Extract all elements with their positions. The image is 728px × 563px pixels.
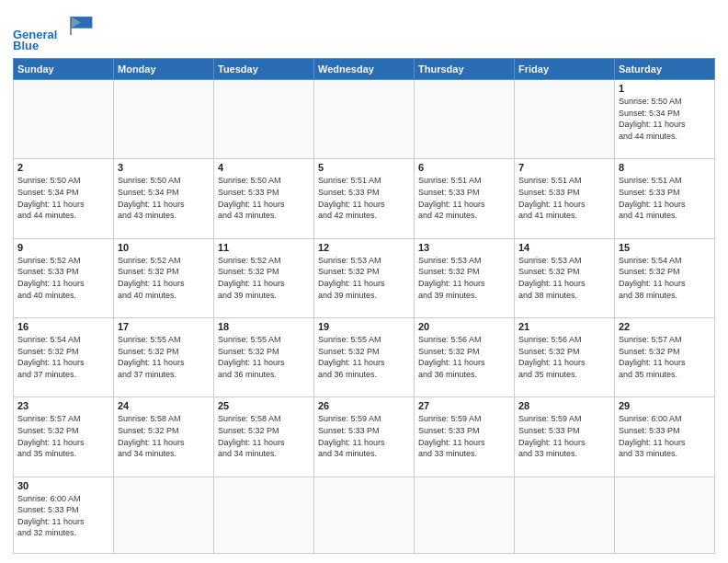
calendar-day-8: 8Sunrise: 5:51 AM Sunset: 5:33 PM Daylig… — [615, 159, 715, 238]
calendar-empty-cell — [114, 477, 214, 553]
logo: General Blue — [13, 13, 96, 52]
calendar-empty-cell — [615, 477, 715, 553]
day-info: Sunrise: 5:53 AM Sunset: 5:32 PM Dayligh… — [418, 255, 510, 301]
calendar-week-1: 1Sunrise: 5:50 AM Sunset: 5:34 PM Daylig… — [14, 80, 715, 159]
day-number: 20 — [418, 321, 510, 332]
calendar-day-24: 24Sunrise: 5:58 AM Sunset: 5:32 PM Dayli… — [114, 397, 214, 477]
calendar-day-5: 5Sunrise: 5:51 AM Sunset: 5:33 PM Daylig… — [314, 159, 415, 238]
calendar-day-29: 29Sunrise: 6:00 AM Sunset: 5:33 PM Dayli… — [615, 397, 715, 477]
weekday-wednesday: Wednesday — [314, 59, 415, 80]
day-number: 19 — [318, 321, 410, 332]
day-info: Sunrise: 6:00 AM Sunset: 5:33 PM Dayligh… — [17, 493, 109, 539]
calendar-week-3: 9Sunrise: 5:52 AM Sunset: 5:33 PM Daylig… — [14, 238, 715, 317]
logo-text: General Blue — [13, 13, 96, 52]
day-number: 24 — [118, 400, 210, 411]
calendar-day-12: 12Sunrise: 5:53 AM Sunset: 5:32 PM Dayli… — [314, 238, 415, 317]
day-info: Sunrise: 5:50 AM Sunset: 5:33 PM Dayligh… — [218, 175, 310, 221]
calendar-day-21: 21Sunrise: 5:56 AM Sunset: 5:32 PM Dayli… — [515, 318, 615, 397]
day-number: 7 — [518, 162, 610, 173]
day-number: 3 — [118, 162, 210, 173]
day-number: 26 — [318, 400, 410, 411]
day-info: Sunrise: 5:50 AM Sunset: 5:34 PM Dayligh… — [619, 96, 711, 142]
calendar-week-6: 30Sunrise: 6:00 AM Sunset: 5:33 PM Dayli… — [14, 477, 715, 553]
calendar-day-27: 27Sunrise: 5:59 AM Sunset: 5:33 PM Dayli… — [415, 397, 515, 477]
calendar-empty-cell — [14, 80, 114, 159]
calendar-day-14: 14Sunrise: 5:53 AM Sunset: 5:32 PM Dayli… — [515, 238, 615, 317]
calendar-day-19: 19Sunrise: 5:55 AM Sunset: 5:32 PM Dayli… — [314, 318, 415, 397]
day-number: 8 — [619, 162, 711, 173]
calendar-day-13: 13Sunrise: 5:53 AM Sunset: 5:32 PM Dayli… — [415, 238, 515, 317]
calendar-day-6: 6Sunrise: 5:51 AM Sunset: 5:33 PM Daylig… — [415, 159, 515, 238]
day-info: Sunrise: 5:57 AM Sunset: 5:32 PM Dayligh… — [17, 413, 109, 459]
logo-flag-icon — [63, 13, 96, 39]
day-number: 10 — [118, 242, 210, 253]
day-info: Sunrise: 6:00 AM Sunset: 5:33 PM Dayligh… — [619, 413, 711, 459]
day-info: Sunrise: 5:57 AM Sunset: 5:32 PM Dayligh… — [619, 334, 711, 380]
day-number: 21 — [518, 321, 610, 332]
day-number: 16 — [17, 321, 109, 332]
day-number: 14 — [518, 242, 610, 253]
day-info: Sunrise: 5:54 AM Sunset: 5:32 PM Dayligh… — [17, 334, 109, 380]
day-info: Sunrise: 5:51 AM Sunset: 5:33 PM Dayligh… — [518, 175, 610, 221]
calendar-day-10: 10Sunrise: 5:52 AM Sunset: 5:32 PM Dayli… — [114, 238, 214, 317]
calendar-week-2: 2Sunrise: 5:50 AM Sunset: 5:34 PM Daylig… — [14, 159, 715, 238]
day-number: 15 — [619, 242, 711, 253]
day-info: Sunrise: 5:56 AM Sunset: 5:32 PM Dayligh… — [518, 334, 610, 380]
calendar-week-4: 16Sunrise: 5:54 AM Sunset: 5:32 PM Dayli… — [14, 318, 715, 397]
day-info: Sunrise: 5:53 AM Sunset: 5:32 PM Dayligh… — [518, 255, 610, 301]
weekday-thursday: Thursday — [415, 59, 515, 80]
calendar-day-17: 17Sunrise: 5:55 AM Sunset: 5:32 PM Dayli… — [114, 318, 214, 397]
day-info: Sunrise: 5:58 AM Sunset: 5:32 PM Dayligh… — [218, 413, 310, 459]
day-number: 28 — [518, 400, 610, 411]
calendar-empty-cell — [515, 477, 615, 553]
day-info: Sunrise: 5:53 AM Sunset: 5:32 PM Dayligh… — [318, 255, 410, 301]
day-number: 25 — [218, 400, 310, 411]
calendar-day-18: 18Sunrise: 5:55 AM Sunset: 5:32 PM Dayli… — [214, 318, 314, 397]
day-number: 30 — [17, 480, 109, 491]
day-number: 9 — [17, 242, 109, 253]
calendar-empty-cell — [415, 80, 515, 159]
day-info: Sunrise: 5:51 AM Sunset: 5:33 PM Dayligh… — [619, 175, 711, 221]
day-number: 23 — [17, 400, 109, 411]
day-info: Sunrise: 5:59 AM Sunset: 5:33 PM Dayligh… — [518, 413, 610, 459]
weekday-friday: Friday — [515, 59, 615, 80]
day-number: 17 — [118, 321, 210, 332]
calendar-empty-cell — [214, 80, 314, 159]
weekday-sunday: Sunday — [14, 59, 114, 80]
calendar-day-25: 25Sunrise: 5:58 AM Sunset: 5:32 PM Dayli… — [214, 397, 314, 477]
day-info: Sunrise: 5:52 AM Sunset: 5:32 PM Dayligh… — [218, 255, 310, 301]
calendar-empty-cell — [415, 477, 515, 553]
calendar-empty-cell — [314, 80, 415, 159]
calendar-day-30: 30Sunrise: 6:00 AM Sunset: 5:33 PM Dayli… — [14, 477, 114, 553]
day-number: 6 — [418, 162, 510, 173]
weekday-monday: Monday — [114, 59, 214, 80]
calendar-day-28: 28Sunrise: 5:59 AM Sunset: 5:33 PM Dayli… — [515, 397, 615, 477]
day-info: Sunrise: 5:50 AM Sunset: 5:34 PM Dayligh… — [17, 175, 109, 221]
day-info: Sunrise: 5:51 AM Sunset: 5:33 PM Dayligh… — [418, 175, 510, 221]
calendar-day-15: 15Sunrise: 5:54 AM Sunset: 5:32 PM Dayli… — [615, 238, 715, 317]
calendar-empty-cell — [515, 80, 615, 159]
day-info: Sunrise: 5:59 AM Sunset: 5:33 PM Dayligh… — [418, 413, 510, 459]
day-number: 5 — [318, 162, 410, 173]
calendar-day-7: 7Sunrise: 5:51 AM Sunset: 5:33 PM Daylig… — [515, 159, 615, 238]
calendar-table: SundayMondayTuesdayWednesdayThursdayFrid… — [13, 58, 715, 554]
day-number: 22 — [619, 321, 711, 332]
day-number: 4 — [218, 162, 310, 173]
weekday-saturday: Saturday — [615, 59, 715, 80]
day-info: Sunrise: 5:55 AM Sunset: 5:32 PM Dayligh… — [318, 334, 410, 380]
day-number: 12 — [318, 242, 410, 253]
calendar-day-23: 23Sunrise: 5:57 AM Sunset: 5:32 PM Dayli… — [14, 397, 114, 477]
calendar-empty-cell — [214, 477, 314, 553]
calendar-week-5: 23Sunrise: 5:57 AM Sunset: 5:32 PM Dayli… — [14, 397, 715, 477]
day-info: Sunrise: 5:51 AM Sunset: 5:33 PM Dayligh… — [318, 175, 410, 221]
day-info: Sunrise: 5:55 AM Sunset: 5:32 PM Dayligh… — [118, 334, 210, 380]
day-info: Sunrise: 5:52 AM Sunset: 5:32 PM Dayligh… — [118, 255, 210, 301]
day-number: 13 — [418, 242, 510, 253]
day-number: 1 — [619, 83, 711, 94]
calendar-day-9: 9Sunrise: 5:52 AM Sunset: 5:33 PM Daylig… — [14, 238, 114, 317]
day-number: 11 — [218, 242, 310, 253]
page-header: General Blue — [13, 9, 715, 52]
calendar-day-2: 2Sunrise: 5:50 AM Sunset: 5:34 PM Daylig… — [14, 159, 114, 238]
day-number: 27 — [418, 400, 510, 411]
day-number: 18 — [218, 321, 310, 332]
